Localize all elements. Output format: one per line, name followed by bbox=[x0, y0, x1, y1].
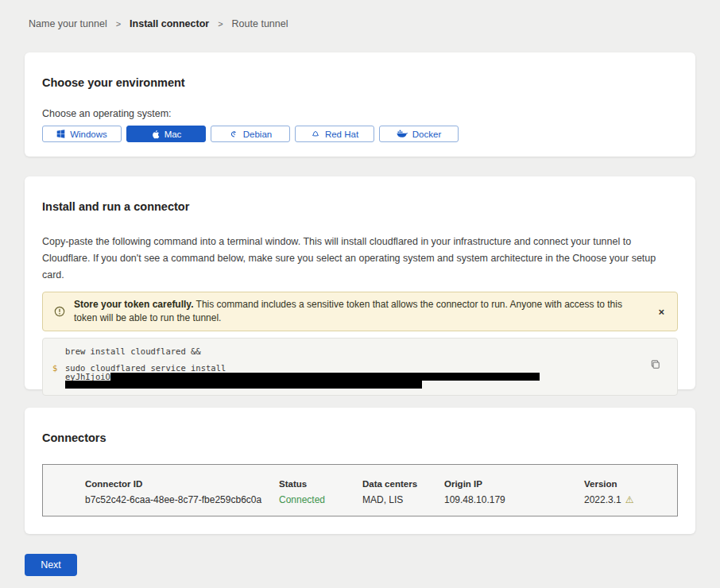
breadcrumb-name-your-tunnel[interactable]: Name your tunnel bbox=[29, 18, 107, 29]
breadcrumb-install-connector[interactable]: Install connector bbox=[130, 18, 209, 29]
os-button-label: Docker bbox=[412, 130, 441, 139]
os-button-group: Windows Mac Debian Red Hat Docker bbox=[42, 126, 678, 142]
copy-icon[interactable] bbox=[650, 359, 661, 370]
os-button-debian[interactable]: Debian bbox=[211, 126, 290, 142]
table-header-row: Connector ID Status Data centers Origin … bbox=[85, 479, 677, 489]
os-button-label: Mac bbox=[165, 130, 182, 139]
command-line-2: sudo cloudflared service install bbox=[65, 364, 677, 373]
docker-icon bbox=[397, 130, 408, 138]
token-warning-banner: Store your token carefully. This command… bbox=[42, 292, 678, 331]
version-value: 2022.3.1 ⚠ bbox=[584, 494, 677, 505]
os-button-docker[interactable]: Docker bbox=[379, 126, 459, 142]
os-button-mac[interactable]: Mac bbox=[126, 126, 206, 142]
status-badge: Connected bbox=[279, 494, 362, 505]
version-warning-icon: ⚠ bbox=[625, 495, 634, 505]
connector-id-value: b7c52c42-6caa-48ee-8c77-fbe259cb6c0a bbox=[85, 494, 279, 505]
warning-text: Store your token carefully. This command… bbox=[74, 298, 644, 325]
col-origin-ip: Origin IP bbox=[444, 479, 584, 489]
connectors-card-title: Connectors bbox=[42, 408, 678, 444]
environment-card: Choose your environment Choose an operat… bbox=[25, 52, 695, 157]
command-line-1: brew install cloudflared && bbox=[65, 347, 677, 356]
col-status: Status bbox=[279, 479, 362, 489]
install-connector-card: Install and run a connector Copy-paste t… bbox=[25, 176, 695, 389]
data-centers-value: MAD, LIS bbox=[362, 494, 444, 505]
redacted-token-bar bbox=[65, 381, 422, 389]
col-data-centers: Data centers bbox=[362, 479, 444, 489]
version-number: 2022.3.1 bbox=[584, 494, 621, 505]
connectors-card: Connectors Connector ID Status Data cent… bbox=[25, 408, 695, 534]
command-token-line-2 bbox=[65, 381, 677, 389]
shell-prompt: $ bbox=[52, 363, 57, 373]
breadcrumb-separator: > bbox=[116, 19, 121, 29]
os-button-label: Debian bbox=[243, 130, 272, 139]
command-token-line: eyJhIjoiO bbox=[65, 373, 677, 381]
connectors-table: Connector ID Status Data centers Origin … bbox=[42, 464, 678, 516]
redhat-icon bbox=[311, 130, 320, 139]
origin-ip-value: 109.48.10.179 bbox=[444, 494, 584, 505]
debian-icon bbox=[229, 130, 238, 139]
breadcrumb-separator: > bbox=[218, 19, 223, 29]
warning-title: Store your token carefully. bbox=[74, 299, 194, 310]
col-connector-id: Connector ID bbox=[85, 479, 279, 489]
os-button-windows[interactable]: Windows bbox=[42, 126, 122, 142]
alert-circle-icon bbox=[54, 306, 65, 317]
col-version: Version bbox=[584, 479, 677, 489]
command-code-block: $ brew install cloudflared && sudo cloud… bbox=[42, 338, 678, 396]
windows-icon bbox=[56, 130, 65, 138]
os-select-label: Choose an operating system: bbox=[42, 108, 678, 119]
redacted-token-bar bbox=[110, 373, 540, 381]
install-description: Copy-paste the following command into a … bbox=[42, 234, 678, 284]
apple-icon bbox=[151, 130, 160, 139]
close-icon[interactable]: × bbox=[655, 306, 668, 318]
os-button-label: Red Hat bbox=[325, 130, 358, 139]
table-row: b7c52c42-6caa-48ee-8c77-fbe259cb6c0a Con… bbox=[85, 494, 677, 505]
install-card-title: Install and run a connector bbox=[42, 176, 678, 213]
os-button-redhat[interactable]: Red Hat bbox=[295, 126, 374, 142]
next-button[interactable]: Next bbox=[25, 554, 77, 576]
environment-card-title: Choose your environment bbox=[42, 52, 678, 89]
breadcrumb: Name your tunnel > Install connector > R… bbox=[29, 18, 288, 29]
breadcrumb-route-tunnel[interactable]: Route tunnel bbox=[232, 18, 288, 29]
os-button-label: Windows bbox=[70, 130, 107, 139]
